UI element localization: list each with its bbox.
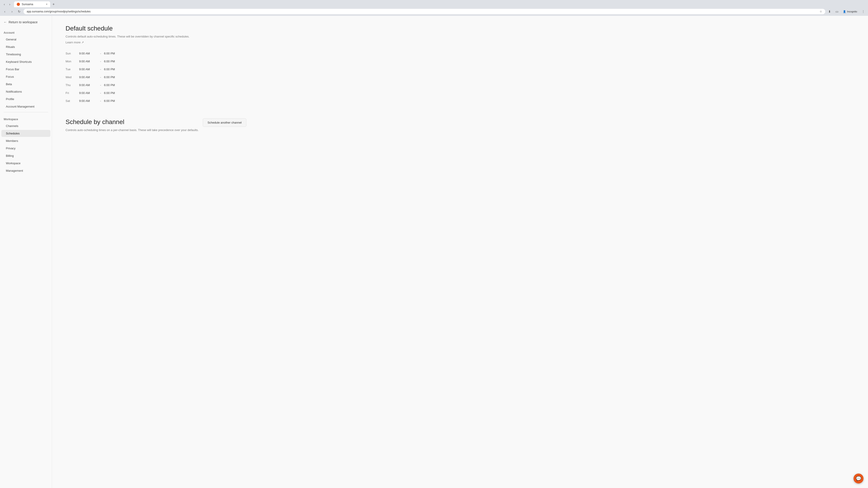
download-button[interactable]: ⬇ bbox=[827, 8, 833, 14]
sidebar-item-label: Channels bbox=[6, 124, 18, 128]
time-sep-sun: - bbox=[97, 52, 104, 55]
default-schedule-title: Default schedule bbox=[66, 25, 246, 32]
app-container: ← Return to workspace Account General Ri… bbox=[0, 16, 868, 488]
time-start-wed: 9:00 AM bbox=[79, 75, 97, 79]
tab-bar: ‹ › Sunsama × + bbox=[0, 0, 868, 7]
sidebar-item-keyboard-shortcuts[interactable]: Keyboard Shortcuts bbox=[1, 58, 51, 65]
sidebar-item-label: Keyboard Shortcuts bbox=[6, 60, 32, 64]
sidebar-item-label: Focus Bar bbox=[6, 68, 19, 71]
day-label-fri: Fri bbox=[66, 91, 79, 95]
sidebar-item-label: Notifications bbox=[6, 90, 22, 93]
browser-chrome: ‹ › Sunsama × + ‹ › ↻ app.sunsama.com/gr… bbox=[0, 0, 868, 16]
main-content: Default schedule Controls default auto-s… bbox=[52, 16, 868, 488]
tab-manager-button[interactable]: ▭ bbox=[834, 8, 840, 14]
schedule-row-sat: Sat 9:00 AM - 6:00 PM bbox=[66, 97, 246, 105]
sidebar-item-privacy[interactable]: Privacy bbox=[1, 145, 51, 152]
day-label-sat: Sat bbox=[66, 99, 79, 103]
url-text: app.sunsama.com/group/moodjoy/settings/s… bbox=[27, 10, 818, 13]
time-sep-fri: - bbox=[97, 91, 104, 95]
sidebar-item-label: General bbox=[6, 38, 16, 41]
default-schedule-section: Default schedule Controls default auto-s… bbox=[66, 25, 246, 105]
tab-close-btn[interactable]: × bbox=[46, 3, 48, 6]
schedule-channel-header: Schedule by channel Controls auto-schedu… bbox=[66, 119, 246, 134]
time-sep-mon: - bbox=[97, 60, 104, 63]
incognito-icon: 👤 bbox=[843, 10, 846, 13]
schedule-by-channel-title: Schedule by channel bbox=[66, 119, 199, 126]
day-label-tue: Tue bbox=[66, 68, 79, 71]
incognito-button[interactable]: 👤 Incognito bbox=[841, 9, 859, 14]
time-end-fri: 6:00 PM bbox=[104, 91, 122, 95]
sidebar-item-label: Workspace bbox=[6, 162, 21, 165]
schedule-channel-info: Schedule by channel Controls auto-schedu… bbox=[66, 119, 199, 134]
toolbar-icons: ⬇ ▭ 👤 Incognito ⋮ bbox=[827, 8, 866, 14]
sidebar-item-workspace[interactable]: Workspace bbox=[1, 160, 51, 167]
day-label-mon: Mon bbox=[66, 60, 79, 63]
sidebar-item-focus-bar[interactable]: Focus Bar bbox=[1, 66, 51, 73]
tab-navigation: ‹ › bbox=[2, 2, 12, 7]
sidebar-item-management[interactable]: Management bbox=[1, 167, 51, 174]
sidebar-item-focus[interactable]: Focus bbox=[1, 73, 51, 80]
learn-more-label: Learn more bbox=[66, 41, 81, 44]
schedule-by-channel-section: Schedule by channel Controls auto-schedu… bbox=[66, 119, 246, 134]
sidebar: ← Return to workspace Account General Ri… bbox=[0, 16, 52, 488]
sidebar-item-beta[interactable]: Beta bbox=[1, 80, 51, 88]
time-sep-wed: - bbox=[97, 75, 104, 79]
sidebar-item-timeboxing[interactable]: Timeboxing bbox=[1, 51, 51, 58]
time-end-mon: 6:00 PM bbox=[104, 60, 122, 63]
forward-button[interactable]: › bbox=[9, 8, 15, 14]
return-label: Return to workspace bbox=[8, 20, 37, 24]
time-start-mon: 9:00 AM bbox=[79, 60, 97, 63]
time-sep-tue: - bbox=[97, 68, 104, 71]
sidebar-item-profile[interactable]: Profile bbox=[1, 96, 51, 103]
address-bar[interactable]: app.sunsama.com/group/moodjoy/settings/s… bbox=[24, 9, 825, 14]
chat-bubble-icon: 💬 bbox=[856, 476, 862, 481]
schedule-row-sun: Sun 9:00 AM - 6:00 PM bbox=[66, 50, 246, 57]
schedule-row-wed: Wed 9:00 AM - 6:00 PM bbox=[66, 73, 246, 81]
default-schedule-description: Controls default auto-scheduling times. … bbox=[66, 34, 246, 39]
sidebar-item-rituals[interactable]: Rituals bbox=[1, 43, 51, 51]
schedule-table: Sun 9:00 AM - 6:00 PM Mon 9:00 AM - 6:00… bbox=[66, 50, 246, 105]
incognito-label: Incognito bbox=[847, 10, 857, 13]
schedule-row-thu: Thu 9:00 AM - 6:00 PM bbox=[66, 81, 246, 89]
sidebar-item-label: Beta bbox=[6, 83, 12, 86]
time-end-wed: 6:00 PM bbox=[104, 75, 122, 79]
back-arrow-icon: ← bbox=[4, 20, 7, 24]
sidebar-item-members[interactable]: Members bbox=[1, 137, 51, 144]
time-start-tue: 9:00 AM bbox=[79, 68, 97, 71]
time-end-thu: 6:00 PM bbox=[104, 84, 122, 87]
time-end-tue: 6:00 PM bbox=[104, 68, 122, 71]
sidebar-item-general[interactable]: General bbox=[1, 36, 51, 43]
tab-back-btn[interactable]: ‹ bbox=[2, 2, 7, 7]
sidebar-item-billing[interactable]: Billing bbox=[1, 152, 51, 159]
schedule-row-fri: Fri 9:00 AM - 6:00 PM bbox=[66, 89, 246, 97]
new-tab-button[interactable]: + bbox=[51, 2, 56, 7]
time-start-fri: 9:00 AM bbox=[79, 91, 97, 95]
schedule-row-tue: Tue 9:00 AM - 6:00 PM bbox=[66, 65, 246, 73]
schedule-by-channel-description: Controls auto-scheduling times on a per-… bbox=[66, 128, 199, 132]
time-end-sat: 6:00 PM bbox=[104, 99, 122, 103]
active-tab: Sunsama × bbox=[14, 1, 50, 7]
refresh-button[interactable]: ↻ bbox=[16, 8, 22, 14]
sidebar-item-label: Billing bbox=[6, 154, 14, 158]
return-to-workspace-link[interactable]: ← Return to workspace bbox=[0, 16, 52, 28]
sidebar-item-account-management[interactable]: Account Management bbox=[1, 103, 51, 110]
bookmark-icon[interactable]: ☆ bbox=[819, 10, 822, 13]
tab-title: Sunsama bbox=[22, 3, 33, 6]
sidebar-item-label: Account Management bbox=[6, 105, 34, 108]
time-sep-sat: - bbox=[97, 99, 104, 103]
schedule-another-channel-button[interactable]: Schedule another channel bbox=[203, 119, 246, 127]
sidebar-item-notifications[interactable]: Notifications bbox=[1, 88, 51, 95]
back-button[interactable]: ‹ bbox=[2, 8, 8, 14]
time-end-sun: 6:00 PM bbox=[104, 52, 122, 55]
sidebar-item-label: Members bbox=[6, 139, 18, 142]
chat-bubble-button[interactable]: 💬 bbox=[854, 474, 864, 484]
time-start-sat: 9:00 AM bbox=[79, 99, 97, 103]
learn-more-link[interactable]: Learn more ↗ bbox=[66, 41, 84, 44]
sidebar-item-label: Privacy bbox=[6, 147, 16, 150]
tab-forward-btn[interactable]: › bbox=[7, 2, 12, 7]
menu-button[interactable]: ⋮ bbox=[860, 8, 866, 14]
sidebar-item-schedules[interactable]: Schedules bbox=[1, 130, 51, 137]
sidebar-item-channels[interactable]: Channels bbox=[1, 123, 51, 129]
external-link-icon: ↗ bbox=[81, 41, 84, 44]
sidebar-item-label: Focus bbox=[6, 75, 14, 78]
